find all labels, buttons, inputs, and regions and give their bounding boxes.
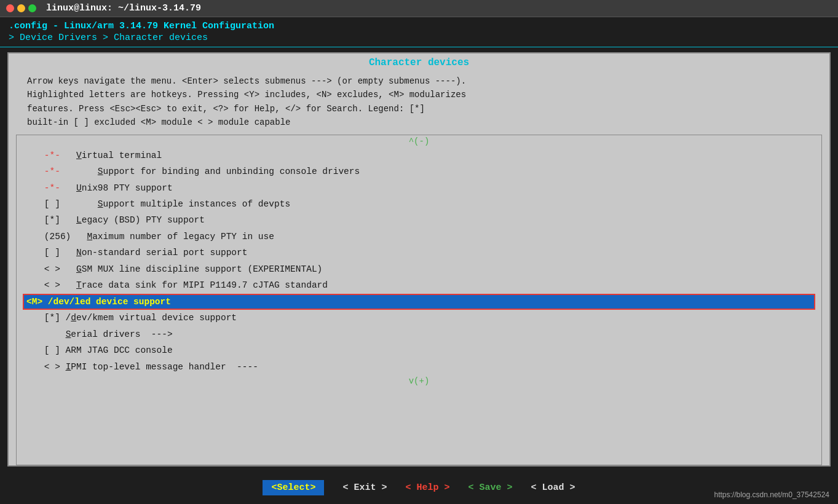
watermark: https://blog.csdn.net/m0_37542524 [714, 490, 829, 499]
select-button[interactable]: <Select> [263, 480, 324, 495]
terminal-body: .config - Linux/arm 3.14.79 Kernel Confi… [0, 17, 838, 504]
help-line-2: Highlighted letters are hotkeys. Pressin… [27, 88, 811, 101]
exit-button[interactable]: < Exit > [342, 482, 387, 493]
menu-item-dev-led[interactable]: <M> /dev/led device support [23, 294, 815, 310]
scroll-bottom-indicator: v(+) [17, 375, 821, 387]
help-button[interactable]: < Help > [405, 482, 449, 493]
menu-item-serial-drivers[interactable]: Serial drivers ---> [23, 326, 815, 342]
config-title: .config - Linux/arm 3.14.79 Kernel Confi… [9, 21, 829, 31]
menu-items-list: -*- Virtual terminal -*- Support for bin… [17, 148, 821, 376]
menu-item-non-standard[interactable]: [ ] Non-standard serial port support [23, 245, 815, 261]
menu-item-gsm-mux[interactable]: < > GSM MUX line discipline support (EXP… [23, 261, 815, 277]
menu-item-legacy-bsd[interactable]: [*] Legacy (BSD) PTY support [23, 212, 815, 228]
menu-item-dev-kmem[interactable]: [*] /dev/kmem virtual device support [23, 310, 815, 326]
maximize-button[interactable] [28, 4, 36, 12]
menu-item-devpts[interactable]: [ ] Support multiple instances of devpts [23, 196, 815, 212]
menu-area[interactable]: ^(-) -*- Virtual terminal -*- Support fo… [16, 135, 822, 465]
breadcrumb: > Device Drivers > Character devices [9, 33, 829, 43]
minimize-button[interactable] [17, 4, 25, 12]
top-bar: .config - Linux/arm 3.14.79 Kernel Confi… [0, 17, 838, 47]
close-button[interactable] [6, 4, 14, 12]
title-bar: linux@linux: ~/linux-3.14.79 [0, 0, 838, 17]
main-content: Character devices Arrow keys navigate th… [7, 52, 831, 467]
save-button[interactable]: < Save > [468, 482, 513, 493]
menu-item-virtual-terminal[interactable]: -*- Virtual terminal [23, 148, 815, 163]
menu-item-max-pty[interactable]: (256) Maximum number of legacy PTY in us… [23, 229, 815, 245]
help-line-1: Arrow keys navigate the menu. <Enter> se… [27, 74, 811, 88]
traffic-lights [6, 4, 36, 12]
menu-item-support-binding[interactable]: -*- Support for binding and unbinding co… [23, 163, 815, 179]
menu-item-arm-jtag[interactable]: [ ] ARM JTAG DCC console [23, 342, 815, 358]
window-title: linux@linux: ~/linux-3.14.79 [46, 3, 201, 14]
panel-title: Character devices [9, 53, 829, 72]
load-button[interactable]: < Load > [531, 482, 575, 493]
menu-item-trace-data[interactable]: < > Trace data sink for MIPI P1149.7 cJT… [23, 277, 815, 293]
help-line-4: built-in [ ] excluded <M> module < > mod… [27, 116, 811, 129]
help-line-3: features. Press <Esc><Esc> to exit, <?> … [27, 102, 811, 116]
window: linux@linux: ~/linux-3.14.79 .config - L… [0, 0, 838, 504]
help-text: Arrow keys navigate the menu. <Enter> se… [9, 72, 829, 135]
menu-item-unix98[interactable]: -*- Unix98 PTY support [23, 180, 815, 196]
scroll-top-indicator: ^(-) [17, 135, 821, 148]
menu-item-ipmi[interactable]: < > IPMI top-level message handler ---- [23, 359, 815, 375]
button-bar: <Select> < Exit > < Help > < Save > < Lo… [0, 471, 838, 504]
